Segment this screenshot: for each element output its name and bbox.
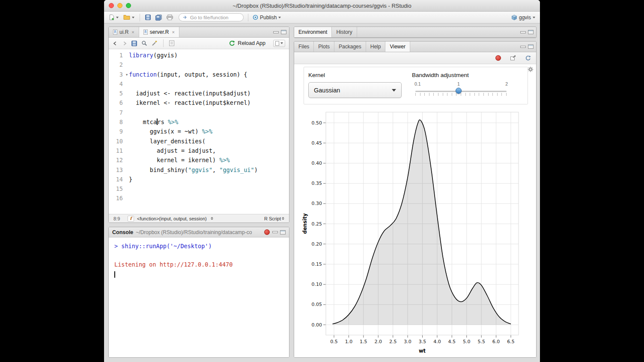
compile-notebook-icon[interactable] xyxy=(169,40,174,46)
svg-text:6.0: 6.0 xyxy=(492,339,500,344)
scope-context[interactable]: <function>(input, output, session) xyxy=(137,216,207,221)
refresh-icon[interactable] xyxy=(525,55,531,61)
svg-text:4.5: 4.5 xyxy=(448,339,456,344)
maximize-pane-icon[interactable] xyxy=(528,30,534,34)
zoom-window-button[interactable] xyxy=(126,3,131,8)
tab-server-r[interactable]: R server.R × xyxy=(139,27,179,37)
new-file-button[interactable] xyxy=(108,13,119,21)
publish-button[interactable]: Publish xyxy=(253,15,281,21)
settings-gear-icon[interactable] xyxy=(528,66,534,72)
pane-buttons xyxy=(520,42,536,52)
code-tools-wand-icon[interactable] xyxy=(152,40,158,46)
console-title[interactable]: Console xyxy=(112,229,133,235)
save-all-icon xyxy=(155,15,162,21)
slider-ticks xyxy=(415,93,507,96)
minimize-pane-icon[interactable] xyxy=(273,31,279,33)
close-window-button[interactable] xyxy=(109,3,114,8)
back-icon[interactable] xyxy=(113,41,118,46)
minimize-pane-icon[interactable] xyxy=(272,231,278,233)
slider-handle[interactable] xyxy=(456,88,462,94)
code-line: 3▼function(input, output, session) { xyxy=(109,70,289,79)
open-in-new-window-icon[interactable] xyxy=(510,55,516,61)
find-in-file-icon[interactable] xyxy=(141,40,147,46)
svg-text:0.05: 0.05 xyxy=(312,302,322,307)
window-title: ~/Dropbox (RStudio)/RStudio/training/dat… xyxy=(104,3,540,9)
svg-text:0.45: 0.45 xyxy=(312,140,322,146)
tab-label: Files xyxy=(298,44,309,50)
dropdown-caret-icon xyxy=(278,17,281,18)
kernel-control: Kernel Gaussian xyxy=(308,72,402,98)
tab-plots[interactable]: Plots xyxy=(314,42,334,52)
code-line: 8 mtcars %>% xyxy=(109,117,289,127)
code-line: 12 kernel = ikernel) %>% xyxy=(109,155,289,165)
bandwidth-control: Bandwidth adjustment 0.1 1 2 xyxy=(412,72,522,97)
minimize-pane-icon[interactable] xyxy=(520,46,526,48)
close-tab-icon[interactable]: × xyxy=(172,30,174,35)
svg-text:0.15: 0.15 xyxy=(312,261,322,267)
shiny-controls-panel: Kernel Gaussian Bandwidth adjustment 0.1… xyxy=(304,67,528,104)
kernel-select[interactable]: Gaussian xyxy=(308,82,402,98)
source-pane: R ui.R × R server.R × xyxy=(108,27,289,223)
maximize-pane-icon[interactable] xyxy=(528,45,534,49)
r-file-icon: R xyxy=(113,30,117,35)
forward-icon[interactable] xyxy=(122,41,127,46)
open-file-button[interactable] xyxy=(122,14,135,21)
tab-label: Help xyxy=(370,44,381,50)
tab-packages[interactable]: Packages xyxy=(334,42,366,52)
project-menu-button[interactable]: ggvis xyxy=(511,15,535,21)
viewer-content: Kernel Gaussian Bandwidth adjustment 0.1… xyxy=(294,65,536,357)
minimize-pane-icon[interactable] xyxy=(520,31,526,33)
fold-arrow-icon[interactable]: ▼ xyxy=(126,70,128,80)
bandwidth-slider[interactable]: 0.1 1 2 xyxy=(415,81,507,97)
file-type-menu[interactable]: R Script xyxy=(264,216,284,221)
bandwidth-label: Bandwidth adjustment xyxy=(412,72,522,78)
toolbar-separator xyxy=(163,39,164,47)
tab-label: ui.R xyxy=(119,29,128,35)
stop-app-icon[interactable] xyxy=(495,55,501,61)
code-editor[interactable]: 1library(ggvis)23▼function(input, output… xyxy=(109,50,289,214)
publish-icon xyxy=(253,15,258,20)
tab-help[interactable]: Help xyxy=(366,42,386,52)
maximize-pane-icon[interactable] xyxy=(280,230,286,234)
open-folder-icon xyxy=(123,15,131,20)
source-tabbar: R ui.R × R server.R × xyxy=(109,27,289,38)
density-plot: 0.51.01.52.02.53.03.54.04.55.05.56.06.50… xyxy=(300,105,531,356)
console-pane: Console ~/Dropbox (RStudio)/RStudio/trai… xyxy=(108,227,289,358)
reload-app-icon xyxy=(229,40,235,47)
slider-value-label: 1 xyxy=(457,81,460,86)
print-icon xyxy=(167,15,173,20)
reload-app-label: Reload App xyxy=(238,40,265,46)
save-icon[interactable] xyxy=(131,41,137,46)
tab-ui-r[interactable]: R ui.R × xyxy=(109,27,139,37)
reload-app-button[interactable]: Reload App xyxy=(229,40,265,47)
viewer-tabbar: Files Plots Packages Help Viewer xyxy=(294,42,536,52)
maximize-pane-icon[interactable] xyxy=(281,30,286,34)
tab-label: Plots xyxy=(318,44,330,50)
run-options-dropdown[interactable] xyxy=(273,40,285,47)
svg-text:R: R xyxy=(114,30,116,34)
stop-icon[interactable] xyxy=(264,229,270,235)
svg-text:4.0: 4.0 xyxy=(433,339,441,344)
minimize-window-button[interactable] xyxy=(117,3,122,8)
function-scope-icon: f xyxy=(128,216,134,222)
code-line: 14} xyxy=(109,175,289,184)
console-output[interactable]: > shiny::runApp('~/Desktop') Listening o… xyxy=(109,238,289,357)
code-line: 13 bind_shiny("ggvis", "ggvis_ui") xyxy=(109,165,289,175)
print-button[interactable] xyxy=(166,14,174,21)
pane-buttons xyxy=(272,230,286,234)
goto-file-input[interactable]: Go to file/function xyxy=(179,13,244,21)
save-button[interactable] xyxy=(144,14,152,21)
code-line: 5 iadjust <- reactive(input$adjust) xyxy=(109,89,289,98)
tab-files[interactable]: Files xyxy=(294,42,314,52)
tab-viewer[interactable]: Viewer xyxy=(385,42,410,52)
svg-text:0.50: 0.50 xyxy=(312,120,322,126)
tab-history[interactable]: History xyxy=(332,27,357,37)
svg-text:R: R xyxy=(144,30,147,34)
tab-environment[interactable]: Environment xyxy=(294,27,332,37)
save-all-button[interactable] xyxy=(155,14,163,21)
svg-text:density: density xyxy=(302,213,308,234)
close-tab-icon[interactable]: × xyxy=(131,30,134,35)
workspace: R ui.R × R server.R × xyxy=(104,24,540,362)
svg-text:1.5: 1.5 xyxy=(360,339,367,344)
slider-max-label: 2 xyxy=(505,81,508,86)
